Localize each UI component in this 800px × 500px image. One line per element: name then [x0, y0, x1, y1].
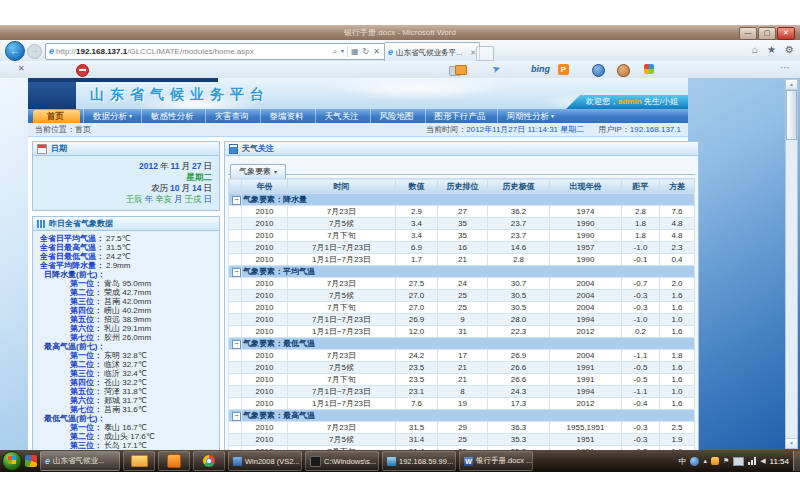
table-row[interactable]: 2010 7月23日 24.2 17 26.9 2004 -1.1 1.8: [229, 350, 695, 362]
tab-weather-elements[interactable]: 气象要素▾: [230, 164, 286, 178]
blocked-icon[interactable]: [76, 64, 89, 77]
table-row[interactable]: 2010 7月23日 27.5 24 30.7 2004 -0.7 2.0: [229, 278, 695, 290]
plugin-circle-icon[interactable]: [592, 64, 605, 77]
table-row[interactable]: 2010 7月5候 3.4 35 23.7 1990 1.8 4.8: [229, 218, 695, 230]
tools-gear-icon[interactable]: ⚙: [785, 44, 794, 55]
maximize-button[interactable]: ▢: [758, 27, 776, 40]
tray-orange-icon[interactable]: [711, 457, 719, 465]
taskbar-explorer-button[interactable]: [123, 451, 155, 471]
collapse-icon[interactable]: −: [232, 412, 241, 421]
addon-bar-close-icon[interactable]: ✕: [18, 64, 25, 73]
new-tab-button[interactable]: [476, 46, 494, 61]
taskbar-window-word[interactable]: W银行手册.docx ...: [459, 451, 533, 471]
table-row[interactable]: 2010 7月5候 27.0 25 30.5 2004 -0.3 1.6: [229, 290, 695, 302]
more-dots-icon[interactable]: ⋯: [780, 62, 790, 73]
nav-item[interactable]: 数据分析▾: [83, 109, 141, 123]
nav-item[interactable]: 图形下行产品: [425, 109, 497, 123]
column-header[interactable]: 出现年份: [550, 179, 622, 194]
table-row[interactable]: 2010 1月1日~7月23日 1.7 21 2.8 1990 -0.1 0.4: [229, 254, 695, 266]
column-header[interactable]: 时间: [288, 179, 396, 194]
pet-plugin-icon[interactable]: [617, 64, 630, 77]
collapse-icon[interactable]: −: [232, 268, 241, 277]
close-button[interactable]: ✕: [777, 27, 795, 40]
action-center-flag-icon[interactable]: ⚑: [723, 456, 729, 466]
cards-plugin-icon[interactable]: [449, 65, 465, 75]
column-header[interactable]: 历史排位: [438, 179, 488, 194]
table-row[interactable]: 2010 7月下旬 3.4 35 23.7 1990 1.8 4.8: [229, 230, 695, 242]
launcher-icon[interactable]: [25, 455, 37, 467]
browser-tab[interactable]: e 山东省气候业务平... ✕: [384, 42, 480, 62]
taskbar-browser-ball-button[interactable]: [193, 451, 225, 471]
home-icon[interactable]: ⌂: [752, 44, 758, 55]
taskbar-orange-app-button[interactable]: [158, 451, 190, 471]
table-row[interactable]: 2010 7月下旬 27.0 25 30.5 2004 -0.3 1.6: [229, 302, 695, 314]
table-row[interactable]: 2010 7月1日~7月23日 26.9 9 28.0 1994 -1.0 1.…: [229, 314, 695, 326]
table-row[interactable]: 2010 7月下旬 23.5 21 26.6 1991 -0.5 1.6: [229, 374, 695, 386]
refresh-icon[interactable]: ↻: [362, 45, 371, 58]
table-row[interactable]: 2010 7月5候 31.4 25 35.3 1951 -0.3 1.9: [229, 434, 695, 446]
nav-item[interactable]: 周期性分析▾: [497, 109, 564, 123]
p-badge-icon[interactable]: P: [558, 64, 569, 75]
nav-item[interactable]: 整编资料: [260, 109, 315, 123]
send-plane-icon[interactable]: ➤: [491, 62, 502, 75]
nav-item[interactable]: 首页: [33, 110, 80, 123]
compatibility-view-icon[interactable]: ▦: [350, 45, 360, 58]
show-desktop-button[interactable]: [793, 451, 800, 471]
ime-indicator[interactable]: 中: [678, 456, 686, 467]
apps-grid-icon[interactable]: [644, 64, 654, 74]
rain-rank-header: 日降水量(前七)：: [40, 270, 215, 279]
column-header[interactable]: 年份: [242, 179, 288, 194]
taskbar-clock[interactable]: 11:54: [770, 457, 789, 466]
search-icon[interactable]: ⌕: [332, 45, 338, 58]
nav-item[interactable]: 敏感性分析: [141, 109, 205, 123]
taskbar-ie-window[interactable]: e 山东省气候业...: [40, 451, 120, 471]
column-header[interactable]: 距平: [622, 179, 660, 194]
bing-logo[interactable]: bing: [531, 64, 550, 74]
favorites-star-icon[interactable]: ★: [767, 44, 776, 55]
network-monitor-icon[interactable]: [733, 457, 744, 466]
group-header-row[interactable]: − 气象要素：降水量: [229, 194, 695, 206]
yesterday-weather-panel: 昨日全省气象数据 全省日平均气温：27.5℃ 全省日最高气温：31.5℃ 全省日…: [32, 216, 220, 450]
nav-item[interactable]: 天气关注: [315, 109, 370, 123]
table-row[interactable]: 2010 7月5候 23.5 21 26.6 1991 -0.5 1.6: [229, 362, 695, 374]
group-header-row[interactable]: − 气象要素：最高气温: [229, 410, 695, 422]
table-row[interactable]: 2010 1月1日~7月23日 7.6 19 17.3 2012 -0.4 1.…: [229, 398, 695, 410]
vertical-scrollbar[interactable]: ▲ ▼: [785, 79, 798, 449]
tray-plugin-icon[interactable]: [690, 457, 699, 466]
table-row[interactable]: 2010 7月1日~7月23日 6.9 16 14.6 1957 -1.0 2.…: [229, 242, 695, 254]
nav-item[interactable]: 灾害查询: [205, 109, 260, 123]
table-row[interactable]: 2010 7月1日~7月23日 23.1 8 24.3 1994 -1.1 1.…: [229, 386, 695, 398]
cell-anomaly: -0.3: [622, 302, 660, 314]
collapse-icon[interactable]: −: [232, 340, 241, 349]
forward-button[interactable]: →: [27, 44, 42, 59]
taskbar-window-vs[interactable]: Win2008 (VS2...: [228, 451, 302, 471]
scrollbar-thumb[interactable]: [786, 90, 797, 140]
column-header[interactable]: [229, 179, 242, 194]
group-header-row[interactable]: − 气象要素：最低气温: [229, 338, 695, 350]
taskbar-window-remote[interactable]: 192.168.59.99...: [382, 451, 456, 471]
stop-icon[interactable]: ✕: [372, 45, 381, 58]
system-tray: 中 ▴ ⚑ ◀ 11:54: [678, 451, 800, 471]
collapse-icon[interactable]: −: [232, 196, 241, 205]
volume-icon[interactable]: ◀: [760, 456, 765, 466]
scroll-down-icon[interactable]: ▼: [786, 438, 797, 448]
column-header[interactable]: 数值: [396, 179, 438, 194]
table-row[interactable]: 2010 1月1日~7月23日 12.0 31 22.3 2012 0.2 1.…: [229, 326, 695, 338]
table-row[interactable]: 2010 7月23日 31.5 29 36.3 1955,1951 -0.3 2…: [229, 422, 695, 434]
minimize-button[interactable]: —: [739, 27, 757, 40]
search-dropdown-icon[interactable]: ▾: [340, 45, 345, 58]
cell-variance: 4.8: [660, 230, 695, 242]
tray-up-arrow-icon[interactable]: ▴: [703, 456, 707, 466]
address-bar[interactable]: e http://192.168.137.1/GLCCLIMATE/module…: [45, 43, 385, 60]
table-row[interactable]: 2010 7月23日 2.9 27 36.2 1974 2.8 7.6: [229, 206, 695, 218]
taskbar-window-cmd[interactable]: C:\Windows\s...: [305, 451, 379, 471]
back-button[interactable]: ←: [5, 41, 25, 61]
scroll-up-icon[interactable]: ▲: [786, 80, 797, 90]
start-button[interactable]: [2, 451, 22, 471]
network-bars-icon[interactable]: [748, 457, 756, 465]
cell-exyear: 1974: [550, 206, 622, 218]
column-header[interactable]: 历史极值: [488, 179, 550, 194]
column-header[interactable]: 方差: [660, 179, 695, 194]
nav-item[interactable]: 风险地图: [370, 109, 425, 123]
group-header-row[interactable]: − 气象要素：平均气温: [229, 266, 695, 278]
